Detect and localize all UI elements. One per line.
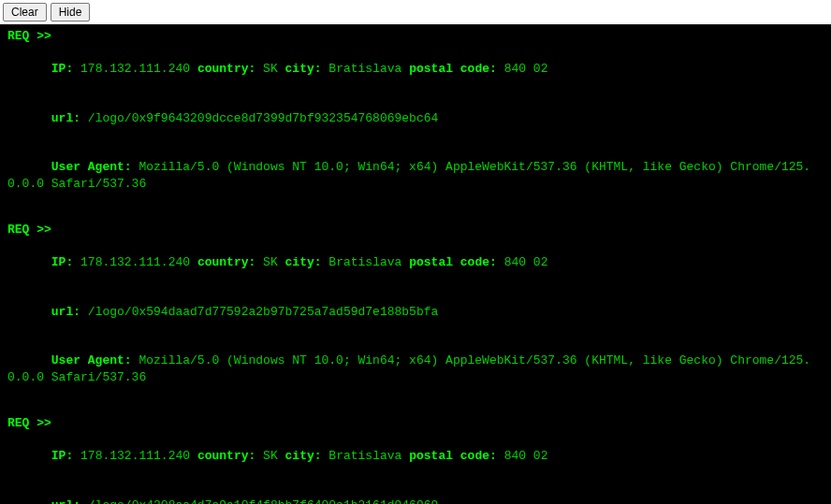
city-label: city: [285,62,322,76]
postal-value: 840 02 [504,449,548,463]
log-entry: REQ >> IP: 178.132.111.240 country: SK c… [7,415,824,504]
user-agent-label: User Agent: [51,160,132,174]
postal-value: 840 02 [504,255,548,269]
log-entry: REQ >> IP: 178.132.111.240 country: SK c… [7,28,824,209]
log-area: REQ >> IP: 178.132.111.240 country: SK c… [0,24,831,504]
ip-value: 178.132.111.240 [80,449,190,463]
ip-label: IP: [51,449,73,463]
url-label: url: [51,498,80,504]
postal-label: postal code: [409,62,497,76]
country-value: SK [263,449,278,463]
req-marker: REQ >> [7,416,51,430]
country-label: country: [197,449,255,463]
hide-button[interactable]: Hide [51,3,91,22]
country-value: SK [263,62,278,76]
user-agent-label: User Agent: [51,353,132,367]
log-entry: REQ >> IP: 178.132.111.240 country: SK c… [7,222,824,402]
city-label: city: [285,449,322,463]
url-value: /logo/0x4208aa4d7a9a10f4f8bb7f6400c1b216… [88,498,438,504]
ip-label: IP: [51,62,73,76]
postal-label: postal code: [409,255,497,269]
country-label: country: [197,62,255,76]
ip-value: 178.132.111.240 [80,255,190,269]
country-label: country: [197,255,255,269]
url-label: url: [51,111,80,125]
ip-label: IP: [51,255,73,269]
toolbar: Clear Hide [0,0,831,24]
clear-button[interactable]: Clear [3,3,47,22]
req-marker: REQ >> [7,29,51,43]
ip-value: 178.132.111.240 [80,62,190,76]
postal-value: 840 02 [504,62,548,76]
req-marker: REQ >> [7,223,51,237]
country-value: SK [263,255,278,269]
postal-label: postal code: [409,449,497,463]
city-value: Bratislava [328,62,401,76]
url-value: /logo/0x9f9643209dcce8d7399d7bf932354768… [88,111,438,125]
city-value: Bratislava [328,449,401,463]
city-label: city: [285,255,322,269]
url-value: /logo/0x594daad7d77592a2b97b725a7ad59d7e… [88,305,438,319]
url-label: url: [51,305,80,319]
city-value: Bratislava [328,255,401,269]
